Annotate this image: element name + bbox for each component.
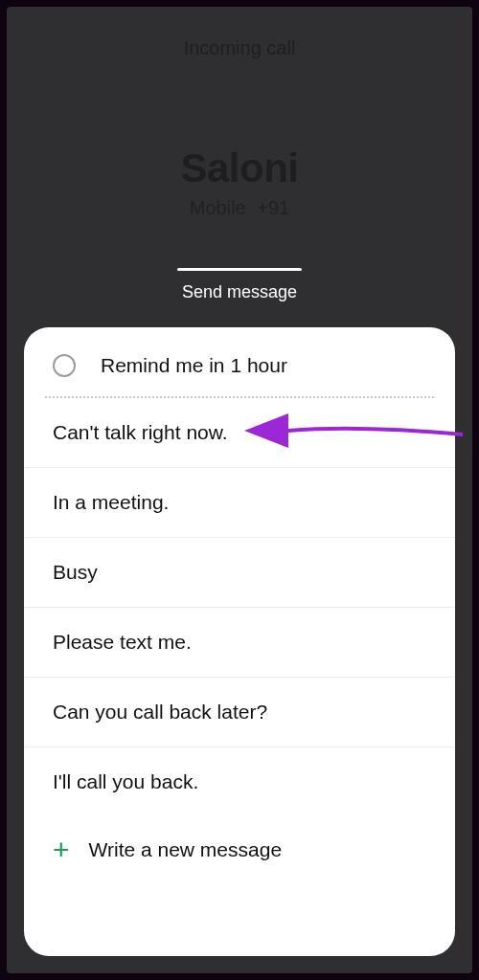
quick-reply-sheet: Remind me in 1 hour Can't talk right now… (24, 327, 455, 956)
call-screen-backdrop: Incoming call Saloni Mobile +91 Send mes… (7, 7, 472, 973)
incoming-call-label: Incoming call (7, 37, 472, 59)
quick-reply-item[interactable]: Can't talk right now. (24, 398, 455, 468)
write-new-message-label: Write a new message (89, 838, 283, 861)
quick-reply-item[interactable]: Can you call back later? (24, 678, 455, 747)
remind-me-label: Remind me in 1 hour (101, 354, 287, 377)
plus-icon: + (53, 835, 70, 864)
quick-reply-item[interactable]: I'll call you back. (24, 747, 455, 816)
caller-name: Saloni (7, 145, 472, 191)
send-message-handle[interactable]: Send message (7, 268, 472, 302)
caller-header: Incoming call Saloni Mobile +91 (7, 37, 472, 219)
write-new-message-button[interactable]: + Write a new message (24, 816, 455, 883)
caller-number: Mobile +91 (7, 197, 472, 219)
caller-number-value: +91 (257, 197, 289, 219)
drag-handle-icon (177, 268, 302, 271)
quick-reply-item[interactable]: Busy (24, 538, 455, 608)
remind-me-option[interactable]: Remind me in 1 hour (24, 341, 455, 390)
quick-reply-list: Can't talk right now. In a meeting. Busy… (24, 398, 455, 816)
caller-number-type: Mobile (190, 197, 246, 219)
quick-reply-item[interactable]: Please text me. (24, 608, 455, 678)
send-message-label: Send message (7, 282, 472, 302)
radio-unchecked-icon (53, 354, 76, 377)
quick-reply-item[interactable]: In a meeting. (24, 468, 455, 538)
